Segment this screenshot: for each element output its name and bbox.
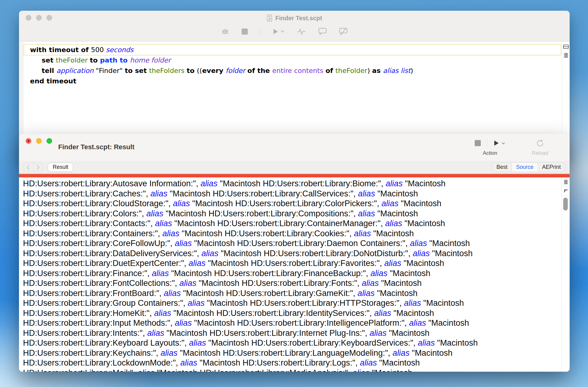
segment-best[interactable]: Best (492, 163, 511, 172)
bug-icon (221, 27, 229, 36)
path-token: HD:Users:robert:Library:CloudStorage:", (23, 199, 173, 208)
wrap-lines-icon[interactable] (563, 180, 568, 184)
path-token: "Macintosh HD:Users:robert:Library:GameK… (181, 289, 357, 298)
path-token: HD:Users:robert:Library:Intents:", (23, 328, 147, 338)
back-button[interactable] (24, 163, 33, 172)
result-line: HD:Users:robert:Library:FrontBoard:", al… (23, 288, 559, 298)
segment-aeprint[interactable]: AEPrint (538, 163, 565, 172)
path-token: HD:Users:robert:Library:Group Containers… (23, 298, 188, 308)
result-titlebar: Finder Test.scpt: Result Action (19, 134, 570, 161)
run-button[interactable] (493, 140, 505, 146)
alias-token: alias (352, 368, 370, 372)
path-token: "Macintosh (375, 209, 418, 218)
path-token: HD:Users:robert:Library:DuetExpertCenter… (23, 259, 189, 268)
alias-token: alias (189, 338, 206, 347)
alias-token: alias (382, 199, 399, 208)
result-output[interactable]: HD:Users:robert:Library:Autosave Informa… (19, 177, 561, 372)
comment-button[interactable] (318, 28, 327, 35)
result-line: HD:Users:robert:Library:FontCollections:… (23, 278, 559, 288)
run-button-editor[interactable] (273, 28, 285, 35)
path-token: "Macintosh (377, 358, 420, 367)
alias-token: alias (175, 318, 192, 328)
uncomment-button[interactable] (339, 28, 348, 35)
script-document-icon (266, 14, 273, 22)
result-line: HD:Users:robert:Library:Input Methods:",… (23, 318, 559, 328)
code-token: folder (226, 67, 247, 74)
code-token: to (90, 56, 100, 64)
close-button[interactable] (26, 138, 31, 144)
path-token: HD:Users:robert:Library:HomeKit:", (23, 309, 154, 318)
alias-token: alias (360, 358, 377, 367)
events-button[interactable] (297, 28, 306, 36)
result-line: HD:Users:robert:Library:DataDeliveryServ… (23, 249, 559, 259)
path-token: HD:Users:robert:Library:Containers:", (23, 229, 162, 238)
code-token: alias list (383, 67, 411, 74)
path-token: HD:Users:robert:Library:LockdownMode:", (23, 358, 180, 367)
speech-bubble-icon (318, 28, 327, 35)
reload-label: Reload (532, 150, 548, 156)
alias-token: alias (410, 239, 427, 248)
path-token: "Macintosh HD:Users:robert:Library:Compo… (163, 209, 358, 218)
path-token: HD:Users:robert:Library:FrontBoard:", (23, 289, 164, 298)
path-token: HD:Users:robert:Library:Colors:", (23, 209, 146, 218)
editor-toolbar (221, 27, 348, 36)
history-nav (23, 163, 43, 172)
alias-token: alias (138, 368, 155, 372)
segment-source[interactable]: Source (512, 163, 537, 172)
forward-button[interactable] (33, 163, 43, 172)
result-tab[interactable]: Result (48, 163, 73, 172)
stop-button-editor[interactable] (242, 28, 248, 35)
alias-token: alias (180, 358, 198, 367)
zoom-button[interactable] (47, 138, 52, 144)
stop-icon[interactable] (475, 140, 481, 146)
alias-token: alias (150, 189, 168, 198)
toolbar-divider (260, 28, 260, 36)
result-side-rail (561, 177, 570, 372)
result-line: HD:Users:robert:Library:Colors:", alias … (23, 209, 559, 219)
path-token: "Macintosh HD:Users:robert:Library:Finan… (169, 269, 370, 278)
code-line: end timeout (23, 76, 562, 86)
result-line: HD:Users:robert:Library:Group Containers… (23, 298, 559, 308)
speech-bubble-slash-icon (339, 28, 348, 35)
result-toolbar: Action Reload (475, 138, 548, 156)
alias-token: alias (371, 269, 388, 278)
alias-token: alias (385, 219, 402, 228)
path-token: "Macintosh (391, 309, 434, 318)
stop-icon (242, 28, 248, 35)
path-token: HD:Users:robert:Library:Contacts:", (23, 219, 155, 228)
alias-token: alias (358, 289, 375, 298)
waveform-icon (297, 28, 306, 36)
path-token: "Macintosh HD:Users:robert:Library:Conta… (172, 219, 385, 228)
alias-token: alias (393, 348, 410, 358)
path-token: HD:Users:robert:Library:Input Methods:", (23, 318, 175, 328)
play-icon (493, 140, 499, 146)
reload-icon[interactable] (536, 139, 544, 147)
debug-button[interactable] (221, 27, 229, 36)
soft-wrap-icon[interactable] (564, 189, 568, 193)
path-token: "Macintosh HD:Users:robert:Library:Inter… (164, 328, 369, 338)
path-token: "Macintosh (421, 298, 464, 308)
path-token: HD:Users:robert:Library:Caches:", (23, 189, 150, 198)
path-token: HD:Users:robert:Library:Autosave Informa… (23, 179, 201, 188)
code-token: to set (125, 67, 149, 74)
path-token: "Macintosh HD:Users:robert:Library:Media… (155, 368, 352, 372)
split-editor-icon[interactable] (563, 44, 569, 49)
code-token: "Finder" (96, 67, 125, 74)
result-traffic-lights (26, 138, 52, 144)
result-line: HD:Users:robert:Library:DuetExpertCenter… (23, 258, 559, 268)
alias-token: alias (413, 249, 430, 258)
wrap-lines-icon[interactable] (563, 53, 569, 58)
alias-token: alias (147, 328, 164, 338)
result-line: HD:Users:robert:Library:HomeKit:", alias… (23, 308, 559, 318)
chevron-down-icon (501, 141, 505, 145)
code-token: with timeout of (30, 46, 91, 54)
alias-token: alias (164, 289, 181, 298)
scrollbar-thumb[interactable] (563, 198, 568, 211)
code-line: tell application "Finder" to set theFold… (23, 66, 562, 76)
path-token: "Macintosh (435, 338, 478, 347)
path-token: "Macintosh HD:Users:robert:Library:Cooki… (179, 229, 354, 238)
path-token: "Macintosh HD:Users:robert:Library:Ident… (171, 309, 374, 318)
minimize-button[interactable] (36, 138, 42, 144)
result-window: Finder Test.scpt: Result Action (19, 134, 570, 372)
code-token: path to (100, 56, 130, 64)
